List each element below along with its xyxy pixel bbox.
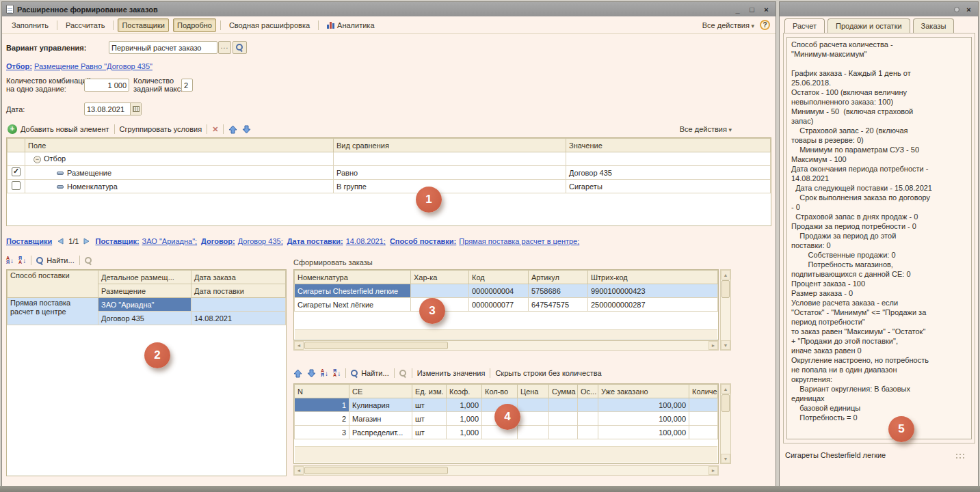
row-up-icon[interactable]: [293, 369, 302, 378]
column-header-n[interactable]: N: [295, 385, 349, 398]
sort-desc-icon[interactable]: ЯА↓: [333, 369, 341, 377]
move-up-icon[interactable]: [228, 125, 237, 134]
nomenclature-hscrollbar[interactable]: [293, 340, 719, 351]
variant-search-button[interactable]: [233, 41, 247, 54]
fill-button[interactable]: Заполнить: [8, 18, 53, 32]
tab-orders[interactable]: Заказы: [913, 18, 955, 33]
column-header-barcode[interactable]: Штрих-код: [588, 271, 718, 284]
sort-asc-icon[interactable]: АЯ↓: [6, 256, 14, 264]
suppliers-link[interactable]: Поставщики: [6, 237, 52, 245]
quantity-hscrollbar[interactable]: [293, 465, 719, 476]
panel-close-button[interactable]: ×: [964, 5, 974, 14]
next-supplier-icon[interactable]: [83, 237, 91, 245]
help-icon[interactable]: ?: [760, 20, 770, 30]
column-header-price[interactable]: Цена: [518, 385, 549, 398]
sort-asc-icon[interactable]: АЯ↓: [321, 369, 328, 377]
field-item-icon: [57, 185, 64, 189]
panel-titlebar[interactable]: ×: [780, 2, 978, 16]
scroll-left-icon[interactable]: [294, 466, 304, 475]
date-input[interactable]: 13.08.2021: [84, 102, 142, 115]
scroll-right-icon[interactable]: [708, 466, 718, 475]
delivery-method-row[interactable]: Прямая поставка расчет в центре ЗАО "Ари…: [8, 298, 286, 312]
collapse-icon[interactable]: [34, 156, 41, 163]
delivery-date-label-link[interactable]: Дата поставки:: [287, 237, 343, 245]
calendar-button[interactable]: [130, 103, 141, 115]
find-button[interactable]: Найти...: [36, 256, 75, 264]
column-header-nomenclature[interactable]: Номенклатура: [295, 271, 411, 284]
scroll-up-icon[interactable]: [721, 384, 730, 394]
nomenclature-row[interactable]: Сигареты Next лёгкие 0000000077 64754757…: [295, 298, 718, 312]
column-header-ordered[interactable]: Уже заказано: [598, 385, 689, 398]
column-header-article[interactable]: Артикул: [529, 271, 588, 284]
date-label: Дата:: [6, 105, 25, 113]
combinations-input[interactable]: 1 000: [84, 79, 129, 92]
scroll-right-icon[interactable]: [708, 341, 718, 350]
scroll-left-icon[interactable]: [294, 341, 304, 350]
column-header-qty[interactable]: Кол-во: [482, 385, 518, 398]
calculate-button[interactable]: Рассчитать: [62, 18, 109, 32]
delivery-method-label-link[interactable]: Способ поставки:: [390, 237, 456, 245]
filter-value-link[interactable]: Размещение Равно "Договор 435": [34, 62, 153, 70]
variant-select-button[interactable]: [218, 41, 231, 54]
nomenclature-row[interactable]: Сигареты Chesterfield легкие 0000000004 …: [295, 284, 718, 298]
tab-calc[interactable]: Расчет: [784, 18, 825, 33]
column-header-characteristic[interactable]: Хар-ка: [411, 271, 469, 284]
filter-label-link[interactable]: Отбор:: [6, 62, 32, 70]
row-down-icon[interactable]: [307, 369, 316, 378]
column-header-quantity[interactable]: Количе: [689, 385, 718, 398]
column-header-coef[interactable]: Коэф.: [447, 385, 482, 398]
supplier-value-link[interactable]: ЗАО "Ариадна";: [142, 237, 198, 245]
column-header-detail-placement[interactable]: Детальное размещ...: [98, 271, 191, 284]
tasks-max-input[interactable]: 2: [181, 79, 193, 92]
minimize-button[interactable]: _: [732, 5, 743, 14]
change-values-button[interactable]: Изменить значения: [417, 369, 486, 377]
quantity-vscrollbar[interactable]: [720, 383, 731, 464]
column-header-rest[interactable]: Ос...: [578, 385, 598, 398]
analytics-button[interactable]: Аналитика: [323, 18, 378, 32]
clear-find-icon[interactable]: [399, 370, 407, 377]
scroll-down-icon[interactable]: [721, 454, 730, 463]
prev-supplier-icon[interactable]: [56, 237, 64, 245]
column-header-order-date[interactable]: Дата заказа: [191, 271, 286, 284]
variant-input[interactable]: Первичный расчет заказо: [109, 41, 217, 54]
filter-all-actions-menu[interactable]: Все действия: [680, 125, 732, 133]
find-button[interactable]: Найти...: [351, 369, 389, 377]
column-header-code[interactable]: Код: [469, 271, 529, 284]
column-header-method[interactable]: Способ поставки: [8, 271, 98, 298]
detail-toggle-button[interactable]: Подробно: [173, 18, 216, 32]
sort-desc-icon[interactable]: ЯА↓: [18, 256, 26, 264]
hide-empty-rows-button[interactable]: Скрыть строки без количества: [495, 369, 601, 377]
add-element-button[interactable]: Добавить новый элемент: [8, 124, 109, 134]
delete-icon[interactable]: [212, 125, 218, 134]
pin-icon[interactable]: [954, 7, 959, 12]
all-actions-menu[interactable]: Все действия: [702, 21, 754, 29]
column-header-se[interactable]: СЕ: [349, 385, 412, 398]
checkbox-checked[interactable]: [12, 167, 21, 176]
suppliers-toggle-button[interactable]: Поставщики: [118, 18, 169, 32]
nomenclature-vscrollbar[interactable]: [720, 269, 731, 351]
column-header-delivery-date[interactable]: Дата поставки: [191, 284, 286, 298]
scroll-down-icon[interactable]: [721, 340, 730, 350]
close-button[interactable]: ×: [761, 5, 771, 14]
contract-value-link[interactable]: Договор 435;: [238, 237, 283, 245]
summary-button[interactable]: Сводная расшифровка: [225, 18, 314, 32]
move-down-icon[interactable]: [242, 125, 251, 134]
column-header-placement[interactable]: Размещение: [98, 284, 191, 298]
filter-row-placement[interactable]: Размещение Равно Договор 435: [8, 166, 771, 180]
supplier-label-link[interactable]: Поставщик:: [95, 237, 139, 245]
window-titlebar[interactable]: Расширенное формирование заказов _ □ ×: [2, 2, 776, 16]
column-header-unit[interactable]: Ед. изм.: [412, 385, 447, 398]
contract-label-link[interactable]: Договор:: [201, 237, 235, 245]
delivery-date-value-link[interactable]: 14.08.2021;: [346, 237, 386, 245]
checkbox-unchecked[interactable]: [12, 181, 21, 190]
column-header-sum[interactable]: Сумма: [549, 385, 578, 398]
clear-find-icon[interactable]: [85, 257, 92, 264]
filter-row-nomenclature[interactable]: Номенклатура В группе Сигареты: [8, 180, 771, 193]
delivery-method-value-link[interactable]: Прямая поставка расчет в центре;: [459, 237, 579, 245]
filter-group-row[interactable]: Отбор: [8, 152, 771, 166]
scroll-up-icon[interactable]: [721, 270, 730, 279]
group-conditions-button[interactable]: Сгруппировать условия: [120, 125, 202, 133]
tab-sales-and-stock[interactable]: Продажи и остатки: [827, 18, 910, 33]
maximize-button[interactable]: □: [747, 5, 757, 14]
annotation-badge-1: 1: [416, 187, 442, 213]
